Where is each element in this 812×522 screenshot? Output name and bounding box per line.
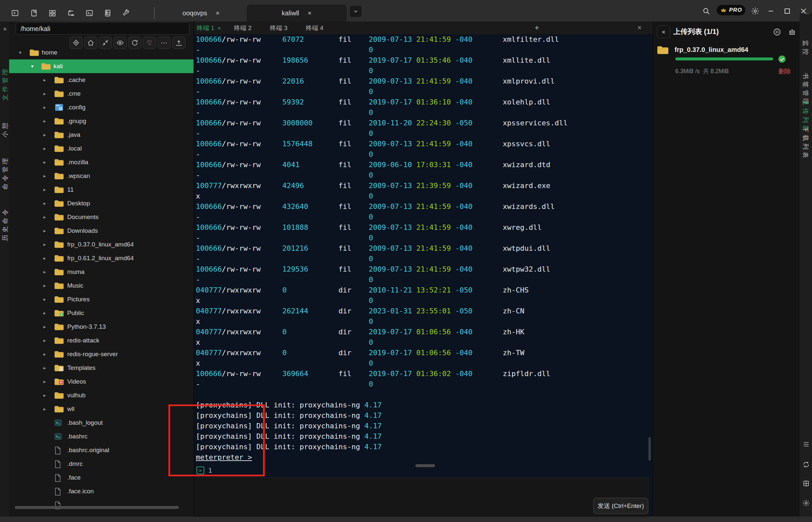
minimize-button[interactable] xyxy=(765,5,777,17)
sidebar-item-monitor[interactable]: 监控 xyxy=(801,40,810,57)
apps-grid-icon[interactable] xyxy=(46,6,59,20)
caret-right-icon[interactable]: ▸ xyxy=(43,155,46,169)
caret-right-icon[interactable]: ▸ xyxy=(43,183,46,197)
tree-item-.face[interactable]: .face xyxy=(9,471,194,484)
tree-item-partial[interactable] xyxy=(9,498,194,512)
list-icon[interactable] xyxy=(802,440,810,448)
tree-item-Templates[interactable]: ▸Templates xyxy=(9,361,194,375)
window-tab-kaliwll[interactable]: kaliwll × xyxy=(247,4,347,22)
tree-item-kali[interactable]: ▾kali xyxy=(9,59,194,73)
pro-badge[interactable]: PRO xyxy=(717,5,746,15)
caret-right-icon[interactable]: ▸ xyxy=(43,347,46,361)
tree-item-Documents[interactable]: ▸Documents xyxy=(9,210,194,224)
layout-icon[interactable] xyxy=(802,479,810,488)
tree-item-vulhub[interactable]: ▸vulhub xyxy=(9,388,194,402)
command-input-area[interactable]: 发送 (Ctrl+Enter) xyxy=(194,477,649,517)
sidebar-item-command-manager[interactable]: 命令管理 xyxy=(1,156,9,190)
sitemap-icon[interactable] xyxy=(64,6,77,20)
scrollbar-fragment[interactable] xyxy=(415,464,435,467)
maximize-button[interactable] xyxy=(781,5,793,17)
tree-item-muma[interactable]: ▸muma xyxy=(9,265,194,279)
tree-item-Music[interactable]: ▸Music xyxy=(9,279,194,293)
caret-right-icon[interactable]: ▸ xyxy=(43,101,46,114)
tree-item-.config[interactable]: ▸.config xyxy=(9,101,194,114)
book-icon[interactable] xyxy=(27,6,40,20)
tree-item-redis-attack[interactable]: ▸redis-attack xyxy=(9,334,194,347)
tree-item-.bash_logout[interactable]: .bash_logout xyxy=(9,416,194,429)
caret-right-icon[interactable]: ▸ xyxy=(43,197,46,210)
send-button[interactable]: 发送 (Ctrl+Enter) xyxy=(593,498,648,514)
tree-item-.mozilla[interactable]: ▸.mozilla xyxy=(9,155,194,169)
tree-item-.local[interactable]: ▸.local xyxy=(9,142,194,155)
tree-item-.wpscan[interactable]: ▸.wpscan xyxy=(9,169,194,183)
close-upload-panel-button[interactable]: × xyxy=(657,25,670,39)
tree-item-Public[interactable]: ▸Public xyxy=(9,306,194,320)
tree-item-Pictures[interactable]: ▸Pictures xyxy=(9,293,194,306)
terminal-output[interactable]: 100666/rw-rw-rw 67072 fil 2009-07-13 21:… xyxy=(196,34,568,463)
pause-all-icon[interactable] xyxy=(772,27,781,37)
shell-icon[interactable] xyxy=(83,6,96,20)
settings-gear-icon[interactable] xyxy=(802,499,810,507)
caret-right-icon[interactable]: ▸ xyxy=(43,73,46,87)
search-icon[interactable] xyxy=(701,5,712,17)
caret-right-icon[interactable]: ▸ xyxy=(43,306,46,320)
caret-down-icon[interactable]: ▾ xyxy=(31,59,34,73)
wrench-icon[interactable] xyxy=(119,6,133,20)
caret-right-icon[interactable]: ▸ xyxy=(43,265,46,279)
tab-list-dropdown[interactable] xyxy=(350,6,362,17)
tree-item-.gnupg[interactable]: ▸.gnupg xyxy=(9,114,194,128)
caret-right-icon[interactable]: ▸ xyxy=(43,128,46,142)
caret-right-icon[interactable]: ▸ xyxy=(43,320,46,334)
caret-right-icon[interactable]: ▸ xyxy=(43,279,46,293)
tree-item-redis-rogue-server[interactable]: ▸redis-rogue-server xyxy=(9,347,194,361)
vertical-scrollbar[interactable] xyxy=(649,437,651,461)
caret-right-icon[interactable]: ▸ xyxy=(43,293,46,306)
caret-right-icon[interactable]: ▸ xyxy=(43,142,46,155)
terminal-app-icon[interactable] xyxy=(8,6,22,20)
window-tab-ooqovps[interactable]: ooqovps × xyxy=(159,4,243,22)
tree-item-.cache[interactable]: ▸.cache xyxy=(9,73,194,87)
collapse-panel-icon[interactable]: × xyxy=(1,25,8,33)
caret-right-icon[interactable]: ▸ xyxy=(43,210,46,224)
sync-icon[interactable] xyxy=(802,460,810,469)
tree-item-frp_0.61.2_linux_amd64[interactable]: ▸frp_0.61.2_linux_amd64 xyxy=(9,252,194,265)
caret-right-icon[interactable]: ▸ xyxy=(43,375,46,388)
caret-right-icon[interactable]: ▸ xyxy=(43,361,46,375)
tree-item-home[interactable]: ▾home xyxy=(9,46,194,59)
tree-item-11[interactable]: ▸11 xyxy=(9,183,194,197)
tree-item-.dmrc[interactable]: .dmrc xyxy=(9,457,194,471)
caret-right-icon[interactable]: ▸ xyxy=(43,224,46,238)
tree-item-Desktop[interactable]: ▸Desktop xyxy=(9,197,194,210)
clear-list-icon[interactable] xyxy=(788,27,797,37)
terminal-tab-2[interactable]: 终端 2 xyxy=(234,22,251,34)
close-terminal-panel-icon[interactable]: × xyxy=(637,22,642,34)
sidebar-item-batch-execute[interactable]: 批量执行 xyxy=(801,13,810,17)
path-input[interactable]: /home/kali xyxy=(16,22,189,35)
caret-right-icon[interactable]: ▸ xyxy=(43,334,46,347)
close-tab-icon[interactable]: × xyxy=(308,9,312,17)
tree-item-.face.icon[interactable]: .face.icon xyxy=(9,484,194,498)
tree-item-wll[interactable]: ▸wll xyxy=(9,402,194,416)
caret-right-icon[interactable]: ▸ xyxy=(43,114,46,128)
caret-right-icon[interactable]: ▸ xyxy=(43,238,46,252)
settings-gear-icon[interactable] xyxy=(749,5,761,17)
caret-down-icon[interactable]: ▾ xyxy=(19,46,22,59)
tree-item-Videos[interactable]: ▸Videos xyxy=(9,375,194,388)
caret-right-icon[interactable]: ▸ xyxy=(43,252,46,265)
tree-item-Downloads[interactable]: ▸Downloads xyxy=(9,224,194,238)
sidebar-item-download-list[interactable]: 下载列表 xyxy=(801,126,810,160)
tree-item-frp_0.37.0_linux_amd64[interactable]: ▸frp_0.37.0_linux_amd64 xyxy=(9,238,194,252)
tree-item-.cme[interactable]: ▸.cme xyxy=(9,87,194,101)
caret-right-icon[interactable]: ▸ xyxy=(43,402,46,416)
caret-right-icon[interactable]: ▸ xyxy=(43,388,46,402)
delete-upload-button[interactable]: 删除 xyxy=(778,67,791,76)
tree-item-.bashrc[interactable]: .bashrc xyxy=(9,429,194,443)
terminal-tab-4[interactable]: 终端 4 xyxy=(306,22,323,34)
tree-item-.java[interactable]: ▸.java xyxy=(9,128,194,142)
terminal-tab-3[interactable]: 终端 3 xyxy=(270,22,287,34)
close-tab-icon[interactable]: × xyxy=(216,9,220,17)
horizontal-scrollbar[interactable] xyxy=(15,506,179,509)
new-terminal-tab-button[interactable]: + xyxy=(534,22,539,34)
sidebar-item-file-manager[interactable]: 文件管理 xyxy=(1,66,9,101)
caret-right-icon[interactable]: ▸ xyxy=(43,169,46,183)
